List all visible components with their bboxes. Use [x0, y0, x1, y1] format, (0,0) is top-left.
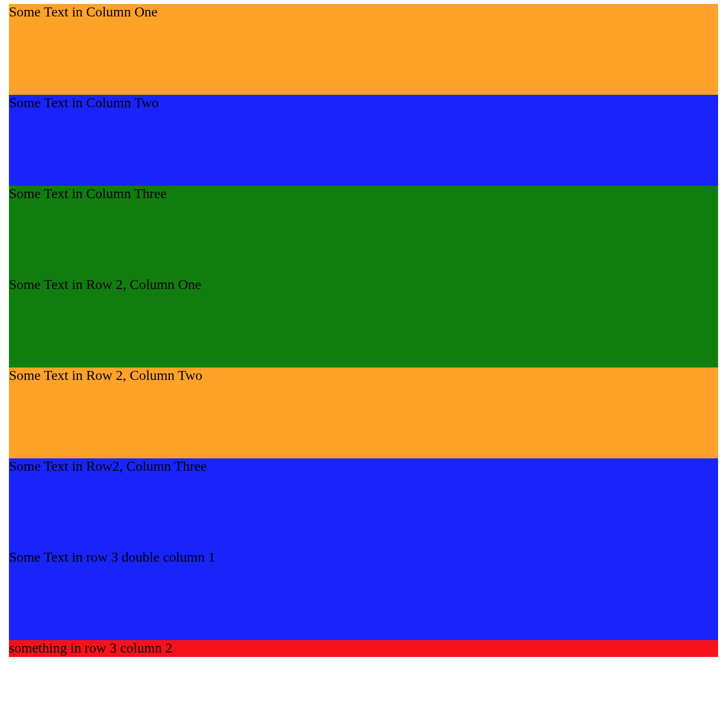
row2-col1-text: Some Text in Row 2, Column One	[9, 277, 201, 292]
row1-col1-block: Some Text in Column One	[9, 4, 718, 95]
row2-col2-text: Some Text in Row 2, Column Two	[9, 367, 202, 383]
row3-col2-text: something in row 3 column 2	[9, 640, 172, 655]
row2-col3-text: Some Text in Row2, Column Three	[9, 458, 207, 474]
row1-col3-text: Some Text in Column Three	[9, 186, 166, 201]
row1-col2-block: Some Text in Column Two	[9, 95, 718, 186]
row2-col2-block: Some Text in Row 2, Column Two	[9, 367, 718, 458]
row3-col2-block: something in row 3 column 2	[9, 640, 718, 657]
row1-col1-text: Some Text in Column One	[9, 4, 157, 19]
bottom-whitespace	[9, 657, 718, 682]
row2-col3-row3-col1-block: Some Text in Row2, Column Three Some Tex…	[9, 458, 718, 640]
row1-col3-row2-col1-block: Some Text in Column Three Some Text in R…	[9, 186, 718, 367]
row3-col1-text: Some Text in row 3 double column 1	[9, 549, 215, 565]
row1-col2-text: Some Text in Column Two	[9, 95, 159, 110]
